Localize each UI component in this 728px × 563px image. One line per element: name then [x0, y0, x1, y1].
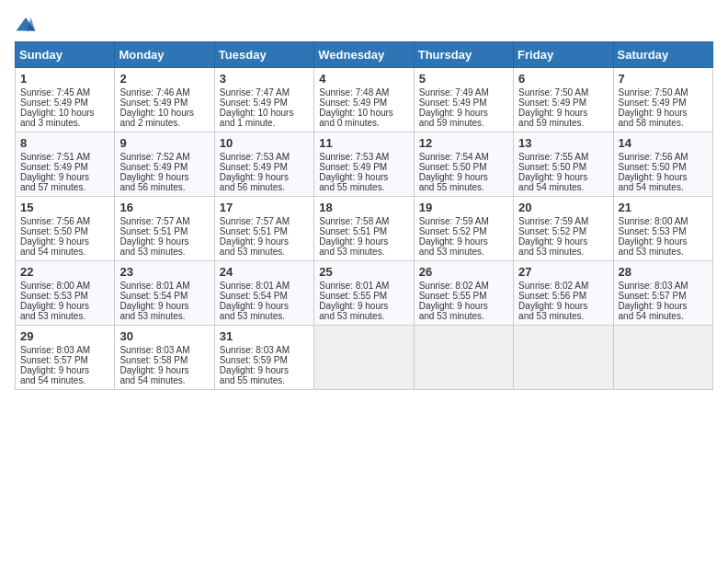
- daylight-label: Daylight: 9 hours and 59 minutes.: [518, 108, 587, 128]
- day-number: 26: [419, 265, 508, 279]
- day-number: 2: [119, 72, 209, 86]
- sunrise-label: Sunrise: 7:56 AM: [619, 152, 688, 162]
- sunset-label: Sunset: 5:57 PM: [619, 291, 687, 301]
- sunset-label: Sunset: 5:49 PM: [20, 98, 88, 108]
- day-number: 10: [220, 136, 309, 150]
- calendar-cell: 11 Sunrise: 7:53 AM Sunset: 5:49 PM Dayl…: [314, 132, 414, 197]
- daylight-label: Daylight: 9 hours and 53 minutes.: [419, 301, 488, 321]
- calendar-cell: 8 Sunrise: 7:51 AM Sunset: 5:49 PM Dayli…: [16, 132, 115, 197]
- sunset-label: Sunset: 5:49 PM: [20, 162, 88, 172]
- calendar-cell: [514, 326, 613, 390]
- calendar-cell: 7 Sunrise: 7:50 AM Sunset: 5:49 PM Dayli…: [613, 68, 712, 132]
- day-number: 23: [119, 265, 209, 279]
- sunrise-label: Sunrise: 7:58 AM: [319, 216, 389, 226]
- sunrise-label: Sunrise: 7:57 AM: [220, 216, 290, 226]
- day-number: 17: [220, 201, 309, 214]
- daylight-label: Daylight: 9 hours and 54 minutes.: [20, 365, 89, 385]
- calendar-cell: 23 Sunrise: 8:01 AM Sunset: 5:54 PM Dayl…: [115, 261, 214, 326]
- day-number: 12: [419, 136, 508, 150]
- sunrise-label: Sunrise: 8:00 AM: [20, 281, 90, 291]
- calendar-cell: 17 Sunrise: 7:57 AM Sunset: 5:51 PM Dayl…: [214, 197, 313, 261]
- day-number: 20: [518, 201, 608, 214]
- calendar-cell: 20 Sunrise: 7:59 AM Sunset: 5:52 PM Dayl…: [514, 197, 613, 261]
- sunset-label: Sunset: 5:49 PM: [419, 98, 487, 108]
- day-number: 11: [319, 136, 408, 150]
- daylight-label: Daylight: 9 hours and 57 minutes.: [20, 172, 89, 192]
- calendar-cell: 25 Sunrise: 8:01 AM Sunset: 5:55 PM Dayl…: [314, 261, 414, 326]
- sunset-label: Sunset: 5:49 PM: [119, 162, 188, 172]
- weekday-header-wednesday: Wednesday: [314, 42, 414, 68]
- sunrise-label: Sunrise: 8:03 AM: [220, 345, 290, 355]
- sunset-label: Sunset: 5:49 PM: [319, 162, 387, 172]
- sunset-label: Sunset: 5:51 PM: [119, 226, 188, 236]
- sunset-label: Sunset: 5:52 PM: [518, 226, 586, 236]
- sunrise-label: Sunrise: 7:46 AM: [119, 87, 189, 98]
- sunrise-label: Sunrise: 8:02 AM: [518, 281, 588, 291]
- day-number: 22: [20, 265, 109, 279]
- calendar-cell: 5 Sunrise: 7:49 AM Sunset: 5:49 PM Dayli…: [414, 68, 513, 132]
- sunrise-label: Sunrise: 7:54 AM: [419, 152, 489, 162]
- daylight-label: Daylight: 9 hours and 53 minutes.: [419, 236, 488, 257]
- sunset-label: Sunset: 5:57 PM: [20, 355, 88, 365]
- daylight-label: Daylight: 9 hours and 53 minutes.: [619, 236, 688, 257]
- day-number: 5: [419, 72, 508, 86]
- day-number: 8: [20, 136, 109, 150]
- calendar-cell: 27 Sunrise: 8:02 AM Sunset: 5:56 PM Dayl…: [514, 261, 613, 326]
- daylight-label: Daylight: 9 hours and 54 minutes.: [518, 172, 587, 192]
- logo-icon: [15, 16, 37, 34]
- logo: [15, 15, 40, 34]
- day-number: 30: [119, 329, 209, 343]
- daylight-label: Daylight: 9 hours and 56 minutes.: [220, 172, 289, 192]
- calendar-cell: 15 Sunrise: 7:56 AM Sunset: 5:50 PM Dayl…: [16, 197, 115, 261]
- daylight-label: Daylight: 9 hours and 55 minutes.: [319, 172, 388, 192]
- daylight-label: Daylight: 9 hours and 54 minutes.: [119, 365, 188, 385]
- sunrise-label: Sunrise: 7:49 AM: [419, 87, 489, 98]
- day-number: 3: [220, 72, 309, 86]
- daylight-label: Daylight: 9 hours and 54 minutes.: [20, 236, 89, 257]
- calendar-cell: 13 Sunrise: 7:55 AM Sunset: 5:50 PM Dayl…: [514, 132, 613, 197]
- calendar-cell: 21 Sunrise: 8:00 AM Sunset: 5:53 PM Dayl…: [613, 197, 712, 261]
- daylight-label: Daylight: 9 hours and 55 minutes.: [220, 365, 289, 385]
- sunrise-label: Sunrise: 8:02 AM: [419, 281, 489, 291]
- daylight-label: Daylight: 10 hours and 1 minute.: [220, 108, 294, 128]
- calendar-cell: 6 Sunrise: 7:50 AM Sunset: 5:49 PM Dayli…: [514, 68, 613, 132]
- sunset-label: Sunset: 5:49 PM: [319, 98, 387, 108]
- day-number: 18: [319, 201, 408, 214]
- daylight-label: Daylight: 9 hours and 53 minutes.: [119, 301, 188, 321]
- calendar-cell: 16 Sunrise: 7:57 AM Sunset: 5:51 PM Dayl…: [115, 197, 214, 261]
- daylight-label: Daylight: 9 hours and 54 minutes.: [619, 172, 688, 192]
- daylight-label: Daylight: 9 hours and 53 minutes.: [518, 236, 587, 257]
- page-header: [15, 15, 713, 34]
- sunset-label: Sunset: 5:50 PM: [20, 226, 88, 236]
- sunset-label: Sunset: 5:49 PM: [518, 98, 586, 108]
- day-number: 1: [20, 72, 109, 86]
- calendar-week-row: 1 Sunrise: 7:45 AM Sunset: 5:49 PM Dayli…: [16, 68, 713, 132]
- sunrise-label: Sunrise: 8:03 AM: [119, 345, 189, 355]
- calendar-cell: 19 Sunrise: 7:59 AM Sunset: 5:52 PM Dayl…: [414, 197, 513, 261]
- sunrise-label: Sunrise: 7:47 AM: [220, 87, 290, 98]
- day-number: 15: [20, 201, 109, 214]
- sunrise-label: Sunrise: 7:53 AM: [220, 152, 290, 162]
- calendar-cell: 10 Sunrise: 7:53 AM Sunset: 5:49 PM Dayl…: [214, 132, 313, 197]
- calendar-cell: 2 Sunrise: 7:46 AM Sunset: 5:49 PM Dayli…: [115, 68, 214, 132]
- calendar-cell: 24 Sunrise: 8:01 AM Sunset: 5:54 PM Dayl…: [214, 261, 313, 326]
- sunset-label: Sunset: 5:59 PM: [220, 355, 288, 365]
- calendar-week-row: 15 Sunrise: 7:56 AM Sunset: 5:50 PM Dayl…: [16, 197, 713, 261]
- sunrise-label: Sunrise: 7:45 AM: [20, 87, 90, 98]
- sunrise-label: Sunrise: 7:50 AM: [619, 87, 688, 98]
- sunset-label: Sunset: 5:52 PM: [419, 226, 487, 236]
- sunset-label: Sunset: 5:50 PM: [419, 162, 487, 172]
- sunset-label: Sunset: 5:50 PM: [619, 162, 687, 172]
- sunset-label: Sunset: 5:51 PM: [220, 226, 288, 236]
- sunrise-label: Sunrise: 7:57 AM: [119, 216, 189, 226]
- day-number: 4: [319, 72, 408, 86]
- sunset-label: Sunset: 5:51 PM: [319, 226, 387, 236]
- sunset-label: Sunset: 5:49 PM: [220, 162, 288, 172]
- sunrise-label: Sunrise: 7:52 AM: [119, 152, 189, 162]
- sunrise-label: Sunrise: 7:51 AM: [20, 152, 90, 162]
- daylight-label: Daylight: 9 hours and 53 minutes.: [319, 236, 388, 257]
- weekday-header-tuesday: Tuesday: [214, 42, 313, 68]
- sunrise-label: Sunrise: 7:48 AM: [319, 87, 389, 98]
- calendar-cell: [613, 326, 712, 390]
- day-number: 7: [619, 72, 708, 86]
